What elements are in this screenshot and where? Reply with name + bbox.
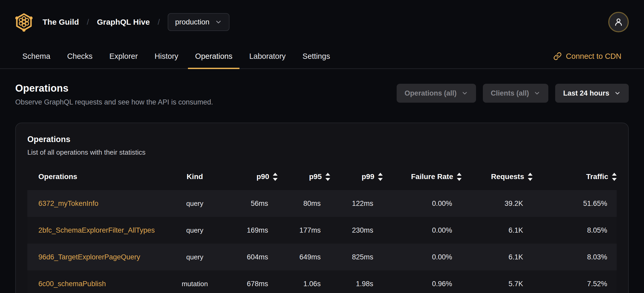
tab-history[interactable]: History bbox=[147, 44, 185, 68]
operations-table: Operations Kind p90 p95 p99 Failure Rate… bbox=[27, 167, 617, 293]
table-row: 6c00_schemaPublish mutation 678ms 1.06s … bbox=[27, 270, 617, 293]
breadcrumb-project-link[interactable]: GraphQL Hive bbox=[97, 18, 150, 27]
hive-logo-icon[interactable] bbox=[15, 12, 33, 32]
operation-p95: 177ms bbox=[278, 226, 330, 234]
breadcrumb-separator: / bbox=[158, 18, 160, 27]
tab-explorer[interactable]: Explorer bbox=[102, 44, 145, 68]
chevron-down-icon bbox=[215, 18, 222, 26]
column-header-traffic[interactable]: Traffic bbox=[533, 172, 617, 181]
chevron-down-icon bbox=[614, 90, 621, 97]
column-header-requests[interactable]: Requests bbox=[462, 172, 533, 181]
column-header-operations: Operations bbox=[27, 172, 163, 181]
operation-requests: 5.7K bbox=[462, 280, 533, 288]
sort-arrows-icon[interactable] bbox=[457, 173, 462, 181]
table-header-row: Operations Kind p90 p95 p99 Failure Rate… bbox=[27, 167, 617, 186]
clients-filter-dropdown[interactable]: Clients (all) bbox=[483, 84, 549, 103]
operation-p90: 169ms bbox=[226, 226, 278, 234]
column-header-label: p95 bbox=[309, 172, 322, 181]
operation-traffic: 8.03% bbox=[533, 253, 617, 261]
page-subtitle: Observe GraphQL requests and see how the… bbox=[15, 98, 213, 106]
tab-laboratory[interactable]: Laboratory bbox=[242, 44, 293, 68]
operation-requests: 39.2K bbox=[462, 200, 533, 208]
column-header-label: Traffic bbox=[586, 172, 608, 181]
operation-name-link[interactable]: 96d6_TargetExplorerPageQuery bbox=[27, 253, 163, 261]
breadcrumb-separator: / bbox=[87, 18, 89, 27]
operation-traffic: 51.65% bbox=[533, 200, 617, 208]
column-header-label: p90 bbox=[257, 172, 269, 181]
sort-arrows-icon[interactable] bbox=[273, 173, 278, 181]
sort-arrows-icon[interactable] bbox=[325, 173, 330, 181]
card-title: Operations bbox=[27, 135, 617, 144]
column-header-label: p99 bbox=[362, 172, 374, 181]
column-header-failure-rate[interactable]: Failure Rate bbox=[383, 172, 462, 181]
operation-traffic: 8.05% bbox=[533, 226, 617, 234]
page-header: Operations Observe GraphQL requests and … bbox=[0, 69, 644, 106]
sort-arrows-icon[interactable] bbox=[528, 173, 533, 181]
operation-traffic: 7.52% bbox=[533, 280, 617, 288]
operation-failure-rate: 0.00% bbox=[383, 253, 462, 261]
environment-selector[interactable]: production bbox=[168, 13, 229, 31]
tab-checks[interactable]: Checks bbox=[60, 44, 100, 68]
operations-filter-dropdown[interactable]: Operations (all) bbox=[397, 84, 476, 103]
breadcrumb: The Guild / GraphQL Hive / production bbox=[15, 12, 229, 32]
column-header-p99[interactable]: p99 bbox=[330, 172, 383, 181]
operation-p99: 122ms bbox=[330, 200, 383, 208]
connect-to-cdn-link[interactable]: Connect to CDN bbox=[553, 44, 629, 68]
table-body: 6372_myTokenInfo query 56ms 80ms 122ms 0… bbox=[27, 190, 617, 293]
nav-tabs: Schema Checks Explorer History Operation… bbox=[0, 44, 644, 69]
operation-failure-rate: 0.00% bbox=[383, 200, 462, 208]
operation-name-link[interactable]: 6372_myTokenInfo bbox=[27, 200, 163, 208]
operation-name-link[interactable]: 2bfc_SchemaExplorerFilter_AllTypes bbox=[27, 226, 163, 234]
card-subtitle: List of all operations with their statis… bbox=[27, 148, 617, 156]
operation-p95: 80ms bbox=[278, 200, 330, 208]
operation-p99: 230ms bbox=[330, 226, 383, 234]
tab-settings[interactable]: Settings bbox=[295, 44, 337, 68]
operation-p90: 604ms bbox=[226, 253, 278, 261]
operation-requests: 6.1K bbox=[462, 226, 533, 234]
column-header-label: Failure Rate bbox=[411, 172, 453, 181]
connect-to-cdn-label: Connect to CDN bbox=[566, 52, 621, 61]
time-range-label: Last 24 hours bbox=[563, 89, 609, 97]
operation-p99: 825ms bbox=[330, 253, 383, 261]
operation-kind: query bbox=[163, 226, 226, 234]
time-range-dropdown[interactable]: Last 24 hours bbox=[555, 84, 629, 103]
filter-bar: Operations (all) Clients (all) Last 24 h… bbox=[397, 84, 629, 103]
operation-failure-rate: 0.96% bbox=[383, 280, 462, 288]
clients-filter-label: Clients (all) bbox=[491, 89, 529, 97]
operation-p90: 678ms bbox=[226, 280, 278, 288]
column-header-label: Requests bbox=[491, 172, 524, 181]
operation-failure-rate: 0.00% bbox=[383, 226, 462, 234]
environment-selector-value: production bbox=[175, 18, 209, 26]
operations-card: Operations List of all operations with t… bbox=[15, 123, 629, 293]
user-icon bbox=[614, 17, 623, 27]
sort-arrows-icon[interactable] bbox=[378, 173, 383, 181]
operations-filter-label: Operations (all) bbox=[405, 89, 457, 97]
column-header-p90[interactable]: p90 bbox=[226, 172, 278, 181]
tab-operations[interactable]: Operations bbox=[188, 44, 239, 68]
operation-kind: query bbox=[163, 200, 226, 208]
chevron-down-icon bbox=[461, 90, 468, 97]
page-title: Operations bbox=[15, 83, 213, 94]
operation-p95: 649ms bbox=[278, 253, 330, 261]
breadcrumb-org-link[interactable]: The Guild bbox=[43, 18, 79, 27]
page-title-block: Operations Observe GraphQL requests and … bbox=[15, 83, 213, 106]
table-row: 96d6_TargetExplorerPageQuery query 604ms… bbox=[27, 244, 617, 270]
operation-name-link[interactable]: 6c00_schemaPublish bbox=[27, 280, 163, 288]
table-row: 6372_myTokenInfo query 56ms 80ms 122ms 0… bbox=[27, 190, 617, 217]
operation-requests: 6.1K bbox=[462, 253, 533, 261]
operation-kind: mutation bbox=[163, 280, 226, 288]
user-avatar-button[interactable] bbox=[608, 12, 629, 32]
column-header-p95[interactable]: p95 bbox=[278, 172, 330, 181]
tab-schema[interactable]: Schema bbox=[15, 44, 57, 68]
operation-p99: 1.98s bbox=[330, 280, 383, 288]
table-row: 2bfc_SchemaExplorerFilter_AllTypes query… bbox=[27, 217, 617, 244]
operation-p90: 56ms bbox=[226, 200, 278, 208]
operation-kind: query bbox=[163, 253, 226, 261]
operation-p95: 1.06s bbox=[278, 280, 330, 288]
app-header: The Guild / GraphQL Hive / production bbox=[0, 0, 644, 44]
column-header-kind: Kind bbox=[163, 172, 226, 181]
chevron-down-icon bbox=[534, 90, 540, 97]
link-icon bbox=[553, 52, 562, 60]
sort-arrows-icon[interactable] bbox=[612, 173, 617, 181]
